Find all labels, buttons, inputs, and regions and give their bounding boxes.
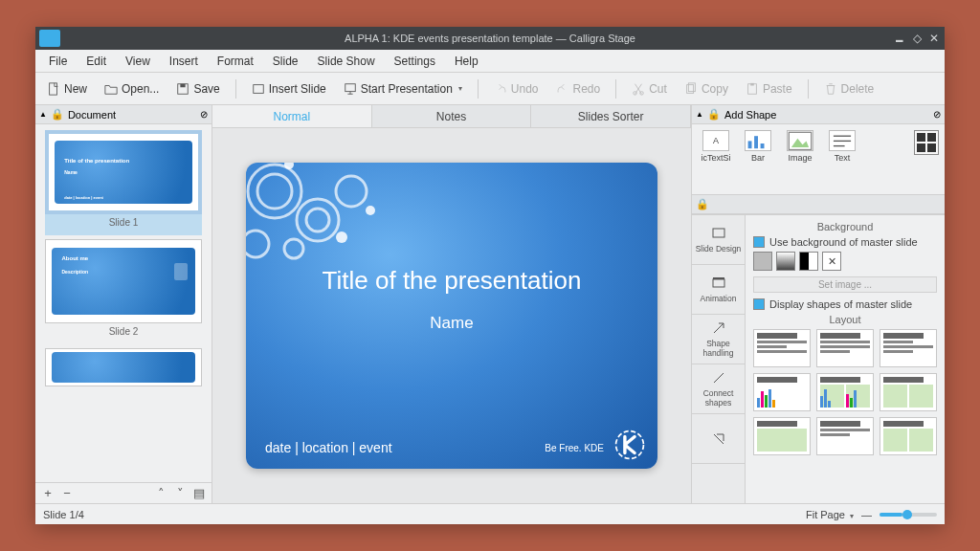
vtab-slide-design[interactable]: Slide Design — [692, 215, 745, 265]
layout-option[interactable] — [753, 373, 811, 411]
layout-option[interactable] — [816, 329, 874, 367]
presentation-icon — [344, 82, 357, 96]
chevron-down-icon[interactable]: ▾ — [458, 84, 462, 93]
layout-option[interactable] — [880, 373, 937, 411]
menu-slideshow[interactable]: Slide Show — [310, 53, 383, 70]
slide-thumbnail[interactable]: Title of the presentation Name date | lo… — [45, 130, 202, 235]
shape-text[interactable]: Text — [824, 130, 860, 163]
image-icon — [787, 130, 813, 151]
add-slide-button[interactable]: + — [39, 485, 56, 502]
slide[interactable]: Title of the presentation Name date | lo… — [246, 163, 657, 469]
svg-point-5 — [634, 91, 637, 95]
lock-icon[interactable]: 🔒 — [696, 198, 709, 210]
svg-point-13 — [297, 199, 339, 241]
menu-edit[interactable]: Edit — [78, 53, 114, 70]
svg-rect-24 — [761, 143, 765, 148]
open-button[interactable]: Open... — [99, 79, 165, 99]
layout-heading: Layout — [753, 314, 937, 325]
cut-button[interactable]: Cut — [626, 79, 673, 99]
tab-sorter[interactable]: Slides Sorter — [531, 105, 691, 127]
menu-slide[interactable]: Slide — [265, 53, 306, 70]
add-shape-panel: AicTextSi Bar Image Text — [692, 124, 945, 195]
use-master-bg-checkbox[interactable]: Use background of master slide — [753, 236, 937, 248]
start-presentation-button[interactable]: Start Presentation▾ — [338, 79, 468, 99]
separator — [235, 79, 236, 99]
slide-tagline-text: Be Free. KDE — [545, 443, 604, 453]
slide-thumbnail[interactable]: About me Description Slide 2 — [45, 239, 202, 344]
menu-insert[interactable]: Insert — [162, 53, 206, 70]
zoom-out-button[interactable]: — — [861, 509, 872, 520]
copy-icon — [684, 82, 698, 96]
shape-bar[interactable]: Bar — [740, 130, 776, 163]
menu-format[interactable]: Format — [210, 53, 261, 70]
app-menu-button[interactable] — [39, 30, 60, 47]
slide-footer-text[interactable]: date | location | event — [265, 440, 392, 455]
menu-settings[interactable]: Settings — [387, 53, 443, 70]
outline-view-button[interactable]: ▤ — [190, 485, 208, 502]
layout-option[interactable] — [753, 329, 811, 367]
delete-icon — [824, 82, 837, 96]
menu-file[interactable]: File — [41, 53, 75, 70]
vtab-shape-handling[interactable]: Shape handling — [692, 315, 745, 364]
save-icon — [176, 82, 189, 96]
avatar-placeholder-icon — [174, 263, 188, 280]
move-up-button[interactable]: ˄ — [152, 485, 169, 502]
slide-thumbnail[interactable] — [45, 348, 202, 386]
collapse-icon[interactable]: ▲ — [696, 110, 703, 119]
shape-grid-toggle[interactable] — [914, 130, 939, 155]
fill-solid[interactable] — [753, 252, 772, 271]
redo-button[interactable]: Redo — [550, 79, 607, 99]
remove-slide-button[interactable]: − — [58, 485, 76, 502]
tab-normal[interactable]: Normal — [212, 105, 372, 127]
set-image-button[interactable]: Set image ... — [753, 276, 937, 293]
checkbox-icon — [753, 298, 765, 310]
close-icon[interactable]: ✕ — [929, 32, 939, 45]
fill-pattern[interactable] — [799, 252, 818, 271]
layout-option[interactable] — [880, 417, 937, 455]
panel-close-icon[interactable]: ⊘ — [933, 109, 941, 120]
svg-point-6 — [640, 91, 644, 95]
zoom-slider[interactable] — [880, 513, 937, 517]
maximize-icon[interactable]: ◇ — [913, 32, 922, 45]
lock-icon[interactable]: 🔒 — [707, 108, 721, 121]
fill-gradient[interactable] — [776, 252, 795, 271]
vtab-more[interactable] — [692, 414, 745, 464]
zoom-fit-button[interactable]: Fit Page ▾ — [806, 509, 854, 520]
menu-help[interactable]: Help — [447, 53, 486, 70]
panel-close-icon[interactable]: ⊘ — [200, 109, 208, 120]
menu-view[interactable]: View — [118, 53, 158, 70]
layout-option[interactable] — [816, 373, 874, 411]
collapse-icon[interactable]: ▲ — [39, 110, 47, 119]
chevron-down-icon: ▾ — [850, 512, 854, 520]
insert-slide-button[interactable]: Insert Slide — [246, 79, 332, 99]
layout-option[interactable] — [816, 417, 874, 455]
background-heading: Background — [753, 221, 937, 232]
fill-none[interactable]: ✕ — [822, 252, 841, 271]
tool-tabs: Slide Design Animation Shape handling Co… — [692, 215, 746, 503]
svg-point-12 — [257, 174, 292, 209]
layout-option[interactable] — [880, 329, 937, 367]
undo-icon — [494, 82, 507, 96]
copy-button[interactable]: Copy — [679, 79, 734, 99]
shape-image[interactable]: Image — [782, 130, 818, 163]
move-down-button[interactable]: ˅ — [171, 485, 189, 502]
layout-option[interactable] — [753, 417, 811, 455]
undo-button[interactable]: Undo — [488, 79, 545, 99]
new-button[interactable]: New — [41, 79, 93, 99]
paste-icon — [746, 82, 759, 96]
tab-notes[interactable]: Notes — [372, 105, 532, 127]
slide-canvas[interactable]: Title of the presentation Name date | lo… — [212, 128, 691, 503]
vtab-connect-shapes[interactable]: Connect shapes — [692, 364, 745, 414]
svg-rect-32 — [713, 277, 724, 279]
svg-rect-23 — [754, 136, 758, 148]
vtab-animation[interactable]: Animation — [692, 265, 745, 315]
delete-button[interactable]: Delete — [818, 79, 880, 99]
lock-icon[interactable]: 🔒 — [51, 108, 64, 121]
shape-artistic-text[interactable]: AicTextSi — [698, 130, 734, 163]
save-button[interactable]: Save — [170, 79, 225, 99]
display-master-shapes-checkbox[interactable]: Display shapes of master slide — [753, 298, 937, 310]
minimize-icon[interactable]: 🗕 — [894, 32, 905, 45]
slide-title-text[interactable]: Title of the presentation — [246, 266, 657, 296]
slide-subtitle-text[interactable]: Name — [246, 314, 657, 333]
paste-button[interactable]: Paste — [740, 79, 798, 99]
